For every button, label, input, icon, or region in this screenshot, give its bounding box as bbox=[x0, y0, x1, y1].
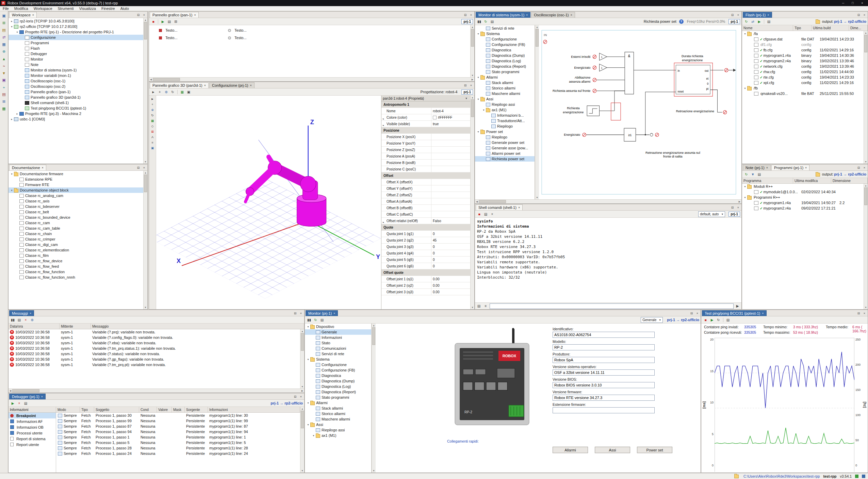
tree-item[interactable]: ▾ Dispositivo bbox=[305, 324, 371, 329]
tree-item[interactable]: Generale bbox=[305, 329, 371, 335]
tree-item[interactable]: Pannello grafico (pan-1) bbox=[9, 89, 143, 95]
property-value[interactable] bbox=[404, 269, 470, 276]
tool-icon[interactable]: ▲ bbox=[1, 55, 7, 62]
file-row[interactable]: ▾/fa bbox=[742, 31, 864, 36]
column-header[interactable]: Soggetto bbox=[94, 407, 139, 412]
move-icon[interactable]: + bbox=[150, 102, 155, 107]
property-row[interactable]: Offset joint 3 (oj3) 0.00 bbox=[381, 289, 470, 295]
category-item[interactable]: Report utente bbox=[9, 442, 56, 447]
vertical-scrollbar[interactable]: ▲▼ bbox=[372, 324, 376, 473]
column-header[interactable]: Dime... bbox=[849, 25, 868, 31]
property-value[interactable] bbox=[431, 192, 470, 198]
pause-icon[interactable]: ▮▮ bbox=[476, 19, 482, 24]
tree-item[interactable]: Diagnostica (Log) bbox=[305, 384, 371, 389]
field-input[interactable] bbox=[553, 344, 655, 350]
refresh-icon[interactable]: ↻ bbox=[483, 19, 489, 24]
expander-icon[interactable]: ▾ bbox=[743, 87, 747, 90]
refresh-icon[interactable]: ↻ bbox=[743, 171, 749, 177]
property-row[interactable]: Offset bbox=[381, 172, 470, 179]
tool-icon[interactable]: ▤ bbox=[1, 27, 7, 33]
float-icon[interactable]: ⊟ bbox=[293, 310, 298, 316]
file-row[interactable]: ✓rhw.cfg config 11/02/2021 14:44:00 bbox=[742, 69, 864, 75]
tree-item[interactable]: Riepilogo assi bbox=[305, 427, 371, 433]
breakpoint-row[interactable]: Sempre Fetch Processo 1, passo 94 Nessun… bbox=[56, 429, 300, 434]
close-icon[interactable]: × bbox=[736, 12, 741, 18]
tree-item[interactable]: Debugger bbox=[9, 51, 143, 56]
message-row[interactable]: ✕10/03/2022 10:36:58 sysm-1 Variabile (?… bbox=[9, 340, 300, 346]
column-header[interactable]: Cond bbox=[139, 407, 157, 412]
tree-item[interactable]: Configurazione bbox=[475, 36, 535, 42]
close-icon[interactable]: × bbox=[333, 312, 335, 315]
program-row[interactable]: ▾Programmi R++ bbox=[742, 195, 864, 200]
stop-icon[interactable]: ■ bbox=[150, 19, 156, 24]
float-icon[interactable]: ⊟ bbox=[463, 12, 468, 18]
message-row[interactable]: ✕10/03/2022 10:36:58 sysm-1 Variabile (?… bbox=[9, 357, 300, 362]
horizontal-scrollbar[interactable]: ◀▶ bbox=[149, 77, 474, 81]
close-icon[interactable]: × bbox=[42, 166, 44, 169]
float-icon[interactable]: ⊟ bbox=[463, 82, 468, 88]
tool-icon[interactable]: ▦ bbox=[1, 105, 7, 112]
column-header[interactable]: Dimensione bbox=[831, 178, 868, 183]
field-input[interactable] bbox=[553, 407, 655, 413]
tree-item[interactable]: ▾ Power set bbox=[475, 129, 535, 134]
tree-item[interactable]: Informazioni bbox=[305, 335, 371, 340]
property-value[interactable]: true bbox=[431, 121, 470, 127]
float-icon[interactable]: ⊟ bbox=[856, 12, 861, 18]
float-icon[interactable]: ⊟ bbox=[730, 204, 735, 210]
property-row[interactable]: Posizione A (posA) bbox=[381, 153, 470, 160]
tree-item[interactable]: ▾ Documentazione object block bbox=[9, 187, 143, 193]
tree-item[interactable]: Maschere allarmi bbox=[475, 91, 535, 96]
tool-icon[interactable]: ≈ bbox=[1, 63, 7, 69]
field-input[interactable] bbox=[553, 357, 655, 363]
orbit-icon[interactable]: ↻ bbox=[150, 113, 155, 118]
vertical-scrollbar[interactable]: ▲▼ bbox=[864, 184, 868, 309]
menu-item[interactable]: File bbox=[0, 6, 12, 11]
tree-item[interactable]: ▾ Sistema bbox=[305, 357, 371, 362]
property-row[interactable]: ▸Colore (color) #FFFFFF bbox=[381, 114, 470, 121]
property-value[interactable]: robot-4 bbox=[431, 108, 470, 114]
tree-item[interactable]: Classe rc_cam_table bbox=[9, 226, 143, 231]
tree-item[interactable]: ▾ ax1 (M1) bbox=[305, 433, 371, 438]
tab-note[interactable]: Note (prj-1) × bbox=[743, 165, 771, 170]
message-row[interactable]: ✕10/03/2022 10:36:58 sysm-1 Variabile (?… bbox=[9, 346, 300, 351]
tree-item[interactable]: ▸ rp2-loris [TCP/IP 10.0.45.3:8100] bbox=[9, 18, 143, 24]
monitor-view-combo[interactable]: Generale ▼ bbox=[641, 317, 663, 323]
float-icon[interactable]: ⊟ bbox=[293, 394, 298, 399]
float-icon[interactable]: ⊟ bbox=[136, 12, 141, 18]
expander-icon[interactable]: ▾ bbox=[10, 172, 14, 176]
expander-icon[interactable]: ▸ bbox=[15, 112, 19, 115]
close-icon[interactable]: × bbox=[518, 206, 520, 209]
column-header[interactable]: Informazioni bbox=[208, 407, 300, 412]
quick-link-button[interactable]: Assi bbox=[595, 447, 630, 453]
property-value[interactable] bbox=[431, 153, 470, 159]
tree-item[interactable]: Classe rc_flow_feed bbox=[9, 264, 143, 269]
tree-item[interactable]: Classe rc_analog_cam bbox=[9, 193, 143, 198]
property-row[interactable]: Offset B (offsetB) bbox=[381, 205, 470, 211]
snapshot-icon[interactable]: ▣ bbox=[150, 145, 155, 151]
vertical-scrollbar[interactable]: ▲▼ bbox=[300, 329, 304, 389]
expander-icon[interactable]: ▾ bbox=[476, 130, 480, 133]
refresh-icon[interactable]: ↻ bbox=[313, 317, 318, 323]
tab-pan3d[interactable]: Pannello grafico 3D (pan3d-1) × bbox=[150, 82, 209, 88]
property-row[interactable]: Quote bbox=[381, 224, 470, 231]
tree-item[interactable]: Stato bbox=[305, 340, 371, 346]
property-row[interactable]: Offset C (offsetC) bbox=[381, 211, 470, 218]
close-icon[interactable]: × bbox=[805, 166, 807, 169]
tree-item[interactable]: Classe rc_flow_function_nnnh bbox=[9, 275, 143, 280]
program-row[interactable]: ▾Moduli R++ bbox=[742, 184, 864, 189]
axes-icon[interactable]: ⊞ bbox=[150, 129, 155, 134]
tab-flash[interactable]: Flash (prj-1) × bbox=[743, 12, 772, 18]
tree-item[interactable]: Note bbox=[9, 62, 143, 67]
breakpoint-row[interactable]: Sempre Fetch Processo 1, passo 5 Nessuna… bbox=[56, 440, 300, 445]
tree-item[interactable]: ▸ usbc-1 [COM3] bbox=[9, 116, 143, 122]
tab-programmi[interactable]: Programmi (prj-1) × bbox=[771, 165, 809, 170]
expander-icon[interactable]: ▾ bbox=[743, 196, 747, 199]
category-item[interactable]: Informazioni AF bbox=[9, 418, 56, 424]
property-row[interactable]: Nome robot-4 bbox=[381, 108, 470, 114]
expander-icon[interactable]: ▾ bbox=[743, 32, 747, 35]
vertical-scrollbar[interactable]: ▲▼ bbox=[535, 25, 539, 199]
horizontal-scrollbar[interactable]: ◀▶ bbox=[9, 389, 304, 393]
tree-item[interactable]: ▾ ax1 (M1) bbox=[475, 107, 535, 113]
remove-icon[interactable]: × bbox=[16, 400, 22, 406]
close-icon[interactable]: × bbox=[32, 13, 34, 17]
